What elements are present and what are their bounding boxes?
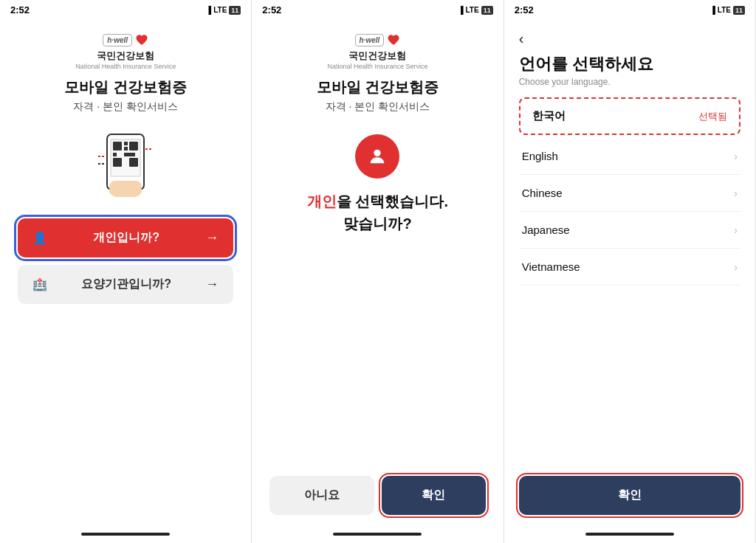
status-bar-3: 2:52 ▐ LTE 11	[504, 0, 755, 18]
battery-1: 11	[229, 6, 241, 15]
svg-rect-10	[129, 158, 138, 167]
phone3-content: ‹ 언어를 선택하세요 Choose your language. 한국어 선택…	[504, 18, 755, 527]
lte-label-2: LTE	[465, 6, 478, 14]
battery-3: 11	[733, 6, 745, 15]
main-title-2: 모바일 건강보험증	[317, 77, 439, 97]
no-button[interactable]: 아니요	[269, 476, 374, 515]
svg-rect-3	[124, 142, 128, 145]
org-button[interactable]: 🏥 요양기관입니까? →	[18, 265, 233, 304]
heart-icon-1	[135, 33, 148, 46]
yes-button[interactable]: 확인	[382, 476, 486, 515]
status-time-1: 2:52	[10, 4, 30, 15]
logo-area-2: h·well 국민건강보험 National Health Insurance …	[327, 33, 427, 70]
illustration-svg	[85, 131, 166, 197]
svg-rect-9	[129, 153, 133, 156]
language-select-subtitle: Choose your language.	[519, 77, 740, 87]
lang-label-vietnamese: Vietnamese	[522, 260, 580, 273]
phone-screen-1: 2:52 ▐ LTE 11 h·well 국민건강보험 National Hea…	[0, 0, 252, 543]
selected-language-badge: 선택됨	[698, 110, 727, 123]
person-svg	[367, 146, 388, 167]
main-subtitle-2: 자격 · 본인 확인서비스	[326, 100, 430, 114]
org-arrow: →	[205, 277, 219, 292]
language-item-english[interactable]: English ›	[519, 138, 740, 175]
status-icons-3: ▐ LTE 11	[710, 6, 745, 15]
language-item-japanese[interactable]: Japanese ›	[519, 212, 740, 249]
home-indicator-2	[333, 533, 422, 536]
hwell-logo-1: h·well	[103, 33, 148, 46]
logo-main-name-1: 국민건강보험	[75, 49, 176, 63]
phone-illustration	[81, 127, 170, 201]
brand-name-1: h·well	[103, 34, 132, 46]
language-select-title: 언어를 선택하세요	[519, 53, 740, 75]
logo-subtitle-1: 국민건강보험 National Health Insurance Service	[75, 49, 176, 70]
language-item-chinese[interactable]: Chinese ›	[519, 175, 740, 212]
status-time-3: 2:52	[515, 4, 534, 15]
status-time-2: 2:52	[262, 4, 281, 15]
selected-language-text: 한국어	[532, 109, 566, 123]
signal-icon-1: ▐	[206, 6, 211, 14]
svg-rect-12	[109, 181, 142, 194]
hwell-logo-2: h·well	[355, 33, 401, 46]
signal-icon-2: ▐	[458, 6, 463, 14]
logo-desc-1: National Health Insurance Service	[75, 63, 176, 70]
back-button[interactable]: ‹	[519, 24, 543, 53]
personal-arrow: →	[205, 230, 219, 246]
org-icon: 🏥	[32, 277, 47, 291]
personal-button[interactable]: 👤 개인입니까? →	[18, 218, 233, 257]
svg-rect-6	[124, 147, 128, 151]
phone2-content: h·well 국민건강보험 National Health Insurance …	[252, 18, 503, 527]
svg-rect-8	[113, 158, 122, 167]
phone-screen-2: 2:52 ▐ LTE 11 h·well 국민건강보험 National Hea…	[252, 0, 504, 543]
confirm-lang-button[interactable]: 확인	[519, 476, 740, 515]
svg-rect-5	[113, 153, 117, 156]
svg-rect-2	[113, 142, 122, 151]
lang-label-japanese: Japanese	[522, 224, 570, 236]
confirm-text-part1: 을 선택했습니다.	[337, 193, 448, 210]
logo-desc-2: National Health Insurance Service	[327, 63, 427, 70]
confirm-btn-row: 아니요 확인	[269, 464, 485, 527]
status-icons-2: ▐ LTE 11	[458, 6, 492, 15]
chevron-icon-japanese: ›	[734, 224, 738, 236]
lte-label-3: LTE	[718, 6, 731, 14]
lte-label-1: LTE	[213, 6, 227, 14]
phone-screen-3: 2:52 ▐ LTE 11 ‹ 언어를 선택하세요 Choose your la…	[504, 0, 756, 543]
main-subtitle-1: 자격 · 본인 확인서비스	[73, 100, 178, 114]
svg-point-16	[374, 150, 381, 156]
brand-name-2: h·well	[355, 34, 385, 46]
personal-label: 개인입니까?	[93, 230, 159, 246]
language-item-vietnamese[interactable]: Vietnamese ›	[519, 249, 740, 286]
status-icons-1: ▐ LTE 11	[206, 6, 241, 15]
home-indicator-1	[81, 533, 170, 536]
home-indicator-3	[585, 533, 674, 536]
heart-icon-2	[387, 33, 400, 46]
signal-icon-3: ▐	[710, 6, 715, 14]
confirm-text-part2: 맞습니까?	[343, 215, 411, 232]
lang-label-english: English	[522, 150, 558, 162]
confirm-message: 개인을 선택했습니다. 맞습니까?	[307, 190, 448, 235]
logo-area-1: h·well 국민건강보험 National Health Insurance …	[75, 33, 176, 70]
battery-2: 11	[481, 6, 493, 15]
logo-main-name-2: 국민건강보험	[327, 49, 427, 63]
person-icon-circle	[355, 134, 399, 179]
logo-subtitle-2: 국민건강보험 National Health Insurance Service	[327, 49, 427, 70]
phone1-content: h·well 국민건강보험 National Health Insurance …	[0, 18, 251, 527]
status-bar-1: 2:52 ▐ LTE 11	[0, 0, 251, 18]
chevron-icon-chinese: ›	[734, 187, 738, 199]
chevron-icon-english: ›	[734, 151, 738, 162]
chevron-icon-vietnamese: ›	[734, 261, 738, 273]
org-label: 요양기관입니까?	[81, 277, 171, 292]
lang-label-chinese: Chinese	[522, 187, 563, 199]
status-bar-2: 2:52 ▐ LTE 11	[252, 0, 503, 18]
main-title-1: 모바일 건강보험증	[64, 77, 187, 97]
confirm-highlight: 개인	[307, 193, 337, 210]
personal-icon: 👤	[32, 231, 47, 245]
svg-rect-4	[129, 142, 138, 151]
selected-language-item[interactable]: 한국어 선택됨	[519, 97, 740, 135]
